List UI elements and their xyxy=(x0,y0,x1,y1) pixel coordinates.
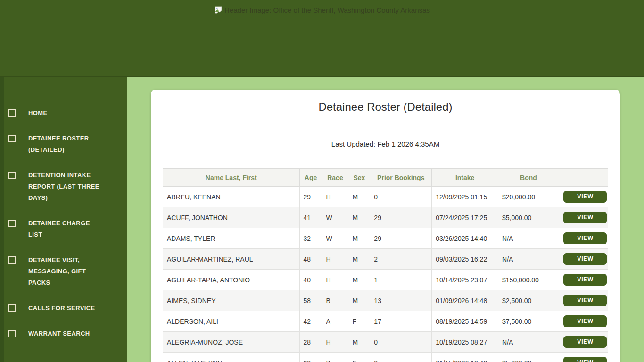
cell-bond: $2,500.00 xyxy=(498,290,559,311)
cell-race: H xyxy=(322,187,348,207)
view-button[interactable]: VIEW xyxy=(563,191,607,203)
cell-action: VIEW xyxy=(559,353,608,362)
cell-name: ALDERSON, AILI xyxy=(163,311,300,332)
cell-race: B xyxy=(322,290,348,311)
table-row: AIMES, SIDNEY58BM1301/09/2026 14:48$2,50… xyxy=(163,290,608,311)
cell-action: VIEW xyxy=(559,207,608,228)
cell-name: ALEGRIA-MUNOZ, JOSE xyxy=(163,332,300,353)
broken-image-icon xyxy=(8,172,16,179)
view-button[interactable]: VIEW xyxy=(563,336,607,348)
table-row: ALLEN, RAELYNN33BF301/15/2026 12:43$5,00… xyxy=(163,353,608,362)
cell-bond: $5,000.00 xyxy=(498,353,559,362)
cell-prior-bookings: 13 xyxy=(370,290,432,311)
sidebar-item-detainee-roster-detailed[interactable]: DETAINEE ROSTER (DETAILED) xyxy=(0,133,127,156)
cell-name: ACUFF, JONATHON xyxy=(163,207,300,228)
cell-prior-bookings: 3 xyxy=(370,353,432,362)
cell-name: AIMES, SIDNEY xyxy=(163,290,300,311)
cell-name: ABREU, KEENAN xyxy=(163,187,300,207)
column-header-bond: Bond xyxy=(498,169,559,187)
cell-name: ALLEN, RAELYNN xyxy=(163,353,300,362)
cell-prior-bookings: 0 xyxy=(370,332,432,353)
header-alt-text: Header Image: Office of the Sheriff, Was… xyxy=(224,6,430,14)
cell-prior-bookings: 17 xyxy=(370,311,432,332)
page-title: Detainee Roster (Detailed) xyxy=(151,100,620,114)
sidebar-item-label: DETAINEE ROSTER (DETAILED) xyxy=(28,133,100,156)
table-row: ALEGRIA-MUNOZ, JOSE28HM010/19/2025 08:27… xyxy=(163,332,608,353)
cell-sex: M xyxy=(348,332,370,353)
sidebar-item-label: DETAINEE VISIT, MESSAGING, GIFT PACKS xyxy=(28,255,100,288)
cell-age: 28 xyxy=(299,332,322,353)
table-row: ADAMS, TYLER32WM2903/26/2025 14:40N/AVIE… xyxy=(163,228,608,249)
cell-name: ADAMS, TYLER xyxy=(163,228,300,249)
cell-prior-bookings: 29 xyxy=(370,228,432,249)
column-header-name: Name Last, First xyxy=(163,169,300,187)
broken-image-icon xyxy=(8,330,16,337)
cell-prior-bookings: 0 xyxy=(370,187,432,207)
cell-age: 32 xyxy=(299,228,322,249)
view-button[interactable]: VIEW xyxy=(563,295,607,306)
table-row: AGUILAR-MARTINEZ, RAUL48HM209/03/2025 16… xyxy=(163,249,608,270)
cell-name: AGUILAR-TAPIA, ANTONIO xyxy=(163,270,300,290)
column-header-prior-bookings: Prior Bookings xyxy=(370,169,432,187)
cell-bond: $20,000.00 xyxy=(498,187,559,207)
sidebar-item-calls-for-service[interactable]: CALLS FOR SERVICE xyxy=(0,303,127,314)
cell-action: VIEW xyxy=(559,187,608,207)
sidebar-item-label: WARRANT SEARCH xyxy=(28,328,100,339)
cell-action: VIEW xyxy=(559,332,608,353)
cell-intake: 03/26/2025 14:40 xyxy=(432,228,498,249)
sidebar-item-label: CALLS FOR SERVICE xyxy=(28,303,100,314)
cell-sex: M xyxy=(348,270,370,290)
cell-intake: 10/19/2025 08:27 xyxy=(432,332,498,353)
broken-image-icon xyxy=(8,220,16,227)
broken-image-icon xyxy=(8,135,16,142)
cell-age: 33 xyxy=(299,353,322,362)
cell-age: 29 xyxy=(299,187,322,207)
header-banner: Header Image: Office of the Sheriff, Was… xyxy=(0,0,644,77)
cell-sex: M xyxy=(348,228,370,249)
cell-intake: 07/24/2025 17:25 xyxy=(432,207,498,228)
cell-intake: 12/09/2025 01:15 xyxy=(432,187,498,207)
view-button[interactable]: VIEW xyxy=(563,232,607,244)
cell-intake: 08/19/2025 14:59 xyxy=(432,311,498,332)
sidebar-item-detainee-visit-messaging-gift-packs[interactable]: DETAINEE VISIT, MESSAGING, GIFT PACKS xyxy=(0,255,127,288)
cell-action: VIEW xyxy=(559,311,608,332)
last-updated-text: Last Updated: Feb 1 2026 4:35AM xyxy=(151,140,620,148)
sidebar-item-detention-intake-report[interactable]: DETENTION INTAKE REPORT (LAST THREE DAYS… xyxy=(0,170,127,204)
broken-image-icon xyxy=(8,109,16,117)
table-row: ACUFF, JONATHON41WM2907/24/2025 17:25$5,… xyxy=(163,207,608,228)
cell-age: 40 xyxy=(299,270,322,290)
cell-action: VIEW xyxy=(559,270,608,290)
cell-bond: $7,500.00 xyxy=(498,311,559,332)
content-card: Detainee Roster (Detailed) Last Updated:… xyxy=(151,90,620,362)
cell-age: 41 xyxy=(299,207,322,228)
cell-intake: 09/03/2025 16:22 xyxy=(432,249,498,270)
view-button[interactable]: VIEW xyxy=(563,357,607,362)
sidebar-item-home[interactable]: HOME xyxy=(0,107,127,119)
cell-age: 58 xyxy=(299,290,322,311)
cell-sex: M xyxy=(348,249,370,270)
cell-race: H xyxy=(322,270,348,290)
sidebar-item-detainee-charge-list[interactable]: DETAINEE CHARGE LIST xyxy=(0,218,127,240)
cell-age: 42 xyxy=(299,311,322,332)
cell-action: VIEW xyxy=(559,228,608,249)
cell-prior-bookings: 2 xyxy=(370,249,432,270)
view-button[interactable]: VIEW xyxy=(563,212,607,223)
table-row: ABREU, KEENAN29HM012/09/2025 01:15$20,00… xyxy=(163,187,608,207)
sidebar-item-label: DETAINEE CHARGE LIST xyxy=(28,218,100,240)
cell-name: AGUILAR-MARTINEZ, RAUL xyxy=(163,249,300,270)
broken-image-icon xyxy=(214,6,223,14)
view-button[interactable]: VIEW xyxy=(563,274,607,286)
sidebar-item-warrant-search[interactable]: WARRANT SEARCH xyxy=(0,328,127,339)
broken-image-icon xyxy=(8,256,16,264)
column-header-action xyxy=(559,169,608,187)
cell-bond: N/A xyxy=(498,249,559,270)
detainee-roster-table: Name Last, First Age Race Sex Prior Book… xyxy=(163,168,608,362)
view-button[interactable]: VIEW xyxy=(563,253,607,265)
roster-table-body: ABREU, KEENAN29HM012/09/2025 01:15$20,00… xyxy=(163,187,608,362)
cell-race: A xyxy=(322,311,348,332)
cell-bond: $5,000.00 xyxy=(498,207,559,228)
view-button[interactable]: VIEW xyxy=(563,315,607,327)
column-header-intake: Intake xyxy=(432,169,498,187)
cell-bond: N/A xyxy=(498,228,559,249)
cell-race: W xyxy=(322,207,348,228)
